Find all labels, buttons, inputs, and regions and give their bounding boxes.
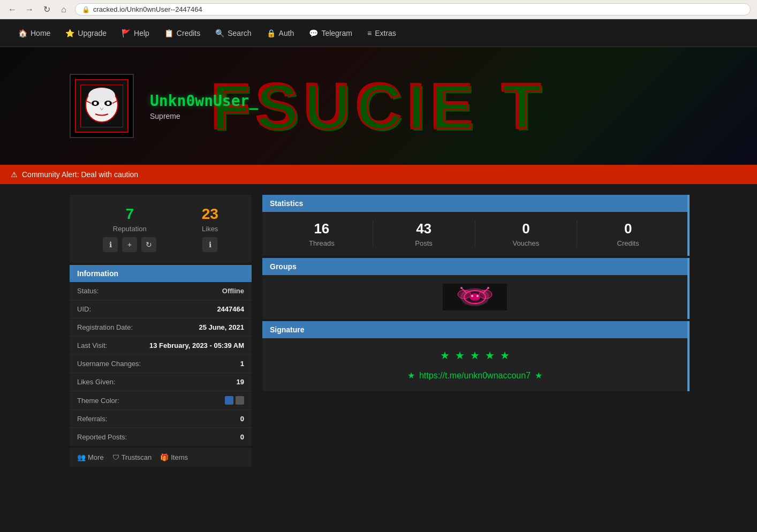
last-visit-value: 13 February, 2023 - 05:39 AM: [149, 341, 244, 349]
user-info: Unkn0wnUser_ Supreme: [150, 92, 258, 120]
last-visit-row: Last Visit: 13 February, 2023 - 05:39 AM: [70, 337, 252, 355]
items-label: Items: [171, 453, 188, 461]
help-icon: 🚩: [122, 29, 131, 37]
uid-value: 2447464: [217, 305, 244, 313]
signature-title: Signature: [270, 325, 305, 334]
referrals-value: 0: [240, 415, 244, 423]
reputation-info-button[interactable]: ℹ: [103, 237, 118, 252]
credits-label: Credits: [577, 239, 679, 247]
home-icon: 🏠: [18, 29, 27, 37]
group-logo-svg: [443, 284, 507, 310]
likes-info-button[interactable]: ℹ: [202, 237, 217, 252]
group-logo: [443, 284, 507, 310]
back-button[interactable]: ←: [6, 4, 18, 16]
svg-point-14: [460, 287, 463, 289]
groups-content: [262, 275, 687, 319]
information-box: Information Status: Offline UID: 2447464…: [70, 265, 252, 446]
groups-title: Groups: [270, 262, 297, 271]
avatar: [75, 79, 128, 133]
trustscan-button[interactable]: 🛡 Trustscan: [112, 453, 152, 461]
items-button[interactable]: 🎁 Items: [160, 453, 188, 461]
statistics-header: Statistics: [262, 195, 687, 212]
svg-point-2: [88, 88, 115, 103]
nav-telegram[interactable]: 💬 Telegram: [301, 19, 360, 47]
browser-chrome: ← → ↻ ⌂ 🔒 cracked.io/Unkn0wnUser--244746…: [0, 0, 757, 19]
groups-side-bar: [687, 258, 690, 319]
reported-posts-row: Reported Posts: 0: [70, 428, 252, 446]
threads-label: Threads: [271, 239, 373, 247]
reputation-actions: ℹ + ↻: [103, 237, 156, 252]
likes-given-value: 19: [237, 378, 244, 386]
groups-box: Groups: [262, 258, 687, 319]
star-5: ★: [500, 349, 510, 362]
username-changes-row: Username Changes: 1: [70, 355, 252, 373]
vouches-label: Vouches: [475, 239, 577, 247]
svg-point-18: [470, 293, 480, 301]
nav-extras[interactable]: ≡ Extras: [360, 19, 404, 47]
posts-value: 43: [373, 221, 475, 237]
main-content: 7 Reputation ℹ + ↻ 23 Likes ℹ Informatio…: [0, 184, 757, 477]
username-changes-key: Username Changes:: [77, 360, 141, 368]
status-key: Status:: [77, 287, 99, 295]
signature-header: Signature: [262, 321, 687, 338]
threads-value: 16: [271, 221, 373, 237]
address-bar[interactable]: 🔒 cracked.io/Unkn0wnUser--2447464: [75, 3, 751, 16]
nav-auth-label: Auth: [279, 29, 294, 37]
nav-upgrade-label: Upgrade: [78, 29, 107, 37]
statistics-wrapper: Statistics 16 Threads 43 Posts 0 Vouches: [262, 195, 687, 256]
likes-value: 23: [202, 206, 218, 223]
items-icon: 🎁: [160, 453, 169, 461]
auth-icon: 🔒: [267, 29, 276, 37]
reputation-col: 7 Reputation ℹ + ↻: [103, 206, 156, 252]
home-button[interactable]: ⌂: [58, 4, 70, 16]
banner-content: Unkn0wnUser_ Supreme: [0, 63, 328, 149]
avatar-image: [80, 85, 123, 127]
referrals-row: Referrals: 0: [70, 410, 252, 428]
reputation-value: 7: [125, 206, 134, 223]
nav-search[interactable]: 🔍 Search: [208, 19, 259, 47]
reload-button[interactable]: ↻: [41, 4, 52, 16]
theme-color-key: Theme Color:: [77, 397, 119, 405]
uid-row: UID: 2447464: [70, 300, 252, 318]
nav-help[interactable]: 🚩 Help: [114, 19, 157, 47]
url-text: cracked.io/Unkn0wnUser--2447464: [93, 5, 202, 13]
svg-point-19: [471, 295, 473, 297]
theme-color-row: Theme Color:: [70, 391, 252, 410]
nav-help-label: Help: [134, 29, 149, 37]
stats-side-bar: [687, 195, 690, 256]
nav-credits[interactable]: 📋 Credits: [157, 19, 208, 47]
svg-point-20: [476, 295, 479, 297]
username-changes-value: 1: [240, 360, 244, 368]
sig-suffix-star: ★: [535, 370, 542, 381]
nav-credits-label: Credits: [177, 29, 200, 37]
star-1: ★: [440, 349, 450, 362]
alert-bar: ⚠ Community Alert: Deal with caution: [0, 165, 757, 184]
posts-label: Posts: [373, 239, 475, 247]
upgrade-icon: ⭐: [65, 29, 74, 37]
forward-button[interactable]: →: [24, 4, 35, 16]
nav-upgrade[interactable]: ⭐ Upgrade: [58, 19, 114, 47]
nav-home[interactable]: 🏠 Home: [11, 19, 58, 47]
credits-stat: 0 Credits: [577, 221, 679, 247]
nav-auth[interactable]: 🔒 Auth: [259, 19, 302, 47]
star-4: ★: [485, 349, 495, 362]
trustscan-label: Trustscan: [122, 453, 152, 461]
signature-wrapper: Signature ★ ★ ★ ★ ★ ★ https://t.me/unkn0…: [262, 321, 687, 391]
likes-given-row: Likes Given: 19: [70, 373, 252, 391]
more-label: More: [88, 453, 104, 461]
signature-box: Signature ★ ★ ★ ★ ★ ★ https://t.me/unkn0…: [262, 321, 687, 391]
signature-side-bar: [687, 321, 690, 391]
nav-home-label: Home: [31, 29, 50, 37]
groups-header: Groups: [262, 258, 687, 275]
information-header: Information: [70, 265, 252, 282]
reputation-refresh-button[interactable]: ↻: [141, 237, 156, 252]
svg-point-6: [107, 102, 110, 105]
signature-link[interactable]: https://t.me/unkn0wnaccoun7: [419, 371, 531, 381]
nav-telegram-label: Telegram: [321, 29, 352, 37]
signature-stars: ★ ★ ★ ★ ★: [273, 349, 677, 362]
sig-prefix-star: ★: [407, 370, 415, 381]
more-icon: 👥: [77, 453, 86, 461]
more-button[interactable]: 👥 More: [77, 453, 104, 461]
top-navigation: 🏠 Home ⭐ Upgrade 🚩 Help 📋 Credits 🔍 Sear…: [0, 19, 757, 47]
reputation-add-button[interactable]: +: [122, 237, 137, 252]
